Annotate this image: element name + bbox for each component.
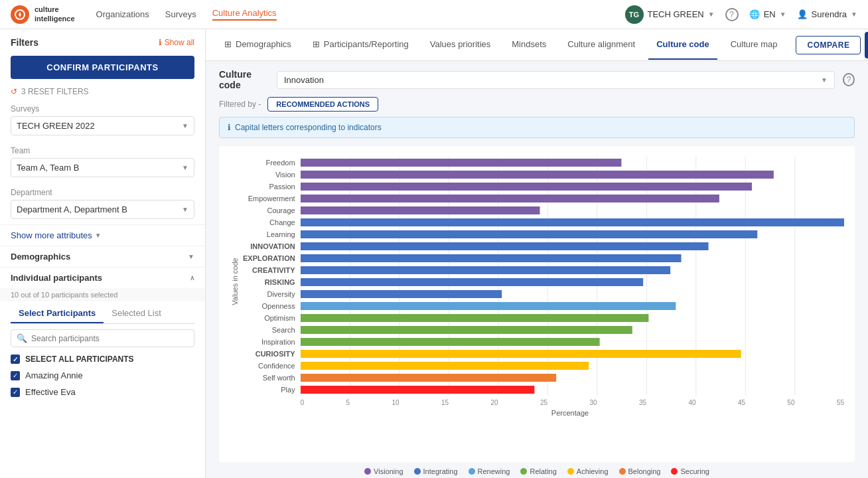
x-tick-25: 25	[540, 399, 547, 406]
legend-visioning: Visioning	[364, 467, 403, 475]
action-buttons: COMPARE MINDSET PCT VALUES INDIVIDUAL BR…	[796, 31, 868, 59]
culture-code-label: Culture code	[656, 39, 709, 49]
nav-culture-analytics[interactable]: Culture Analytics	[212, 8, 277, 21]
y-label-creativity: CREATIVITY	[252, 264, 295, 276]
achieving-dot	[567, 468, 574, 475]
reset-filters-button[interactable]: ↺ 3 RESET FILTERS	[0, 84, 205, 99]
select-all-checkbox[interactable]: ✓	[11, 355, 20, 364]
department-dropdown[interactable]: Department A, Department B ▼	[11, 200, 194, 219]
help-button[interactable]: ?	[725, 8, 739, 21]
reset-label: 3 RESET FILTERS	[21, 87, 89, 96]
tab-values-priorities[interactable]: Values priorities	[422, 30, 499, 60]
legend-integrating: Integrating	[414, 467, 458, 475]
department-chevron-icon: ▼	[182, 206, 188, 213]
participant-checkbox-1[interactable]: ✓	[11, 371, 20, 380]
show-all-link[interactable]: ℹ Show all	[159, 38, 194, 47]
user-name: Surendra	[812, 9, 847, 19]
y-label-self-worth: Self worth	[263, 372, 295, 384]
show-more-label: Show more attributes	[11, 230, 92, 240]
chart-svg	[301, 157, 844, 396]
nav-organizations[interactable]: Organizations	[96, 9, 149, 19]
culture-map-label: Culture map	[731, 39, 778, 49]
select-participants-tab[interactable]: Select Participants	[11, 304, 104, 323]
dropdown-chevron-icon: ▼	[821, 76, 828, 84]
tab-culture-code[interactable]: Culture code	[648, 30, 717, 60]
check-icon: ✓	[13, 356, 18, 363]
user-icon: 👤	[797, 9, 808, 19]
lang-flag-icon: 🌐	[749, 9, 760, 19]
show-more-section: Show more attributes ▼	[0, 224, 205, 246]
bar-freedom	[301, 159, 621, 167]
check-icon: ✓	[13, 372, 18, 379]
y-label-passion: Passion	[269, 181, 295, 193]
team-dropdown[interactable]: Team A, Team B ▼	[11, 158, 194, 177]
nav-surveys[interactable]: Surveys	[165, 9, 196, 19]
surveys-dropdown[interactable]: TECH GREEN 2022 ▼	[11, 116, 194, 135]
tab-mindsets[interactable]: Mindsets	[504, 30, 554, 60]
y-label-search: Search	[272, 324, 295, 336]
y-label-learning: Learning	[267, 228, 295, 240]
culture-code-dropdown[interactable]: Innovation ▼	[277, 71, 835, 89]
participant-name-1: Amazing Annie	[25, 370, 83, 380]
legend-securing: Securing	[671, 467, 709, 475]
tab-culture-map[interactable]: Culture map	[723, 30, 786, 60]
participants-tab-label: Participants/Reporting	[324, 39, 409, 49]
culture-code-value: Innovation	[284, 75, 324, 85]
selected-list-tab[interactable]: Selected List	[104, 304, 169, 323]
select-all-label: SELECT ALL PARTICIPANTS	[25, 355, 134, 364]
y-axis-title: Values in code	[231, 258, 239, 305]
securing-label: Securing	[680, 467, 709, 475]
y-label-diversity: Diversity	[267, 288, 295, 300]
mindsets-label: Mindsets	[512, 39, 546, 49]
org-name: TECH GREEN	[648, 9, 704, 19]
user-menu[interactable]: 👤 Surendra ▼	[797, 9, 857, 19]
visioning-dot	[364, 468, 371, 475]
sidebar: Filters ℹ Show all CONFIRM PARTICIPANTS …	[0, 29, 206, 478]
bar-change	[301, 218, 844, 226]
sub-nav: ⊞ Demographics ⊞ Participants/Reporting …	[206, 29, 868, 61]
language-selector[interactable]: 🌐 EN ▼	[749, 9, 786, 19]
x-tick-45: 45	[738, 399, 745, 406]
tab-participants-reporting[interactable]: ⊞ Participants/Reporting	[305, 30, 417, 60]
check-icon: ✓	[13, 388, 18, 396]
bar-risking	[301, 278, 643, 286]
x-axis-label: Percentage	[230, 406, 844, 422]
demographics-header[interactable]: Demographics ▼	[11, 252, 194, 262]
y-label-innovation: INNOVATION	[250, 240, 295, 252]
y-label-risking: RISKING	[265, 276, 295, 288]
individual-participants-section: Individual participants ∧	[0, 267, 205, 288]
org-selector[interactable]: TG TECH GREEN ▼	[625, 5, 715, 24]
info-circle-icon: ℹ	[228, 123, 231, 132]
question-icon: ?	[725, 8, 739, 21]
mindset-pct-button[interactable]: MINDSET PCT	[865, 32, 868, 58]
x-tick-30: 30	[589, 399, 597, 406]
legend-belonging: Belonging	[619, 467, 661, 475]
chart-help-icon[interactable]: ?	[843, 73, 855, 86]
confirm-participants-button[interactable]: CONFIRM PARTICIPANTS	[11, 56, 194, 79]
search-participants-box[interactable]: 🔍	[11, 329, 194, 347]
filter-bar: Filtered by - RECOMMENDED ACTIONS	[219, 97, 855, 112]
individual-participants-header[interactable]: Individual participants ∧	[11, 273, 194, 283]
show-more-chevron-icon: ▼	[95, 232, 102, 239]
renewing-dot	[469, 468, 475, 475]
x-tick-50: 50	[787, 399, 794, 406]
belonging-label: Belonging	[628, 467, 661, 475]
filters-title: Filters	[11, 37, 38, 48]
select-all-participants[interactable]: ✓ SELECT ALL PARTICIPANTS	[0, 351, 205, 367]
recommended-actions-button[interactable]: RECOMMENDED ACTIONS	[267, 97, 378, 112]
belonging-dot	[619, 468, 626, 475]
show-more-button[interactable]: Show more attributes ▼	[11, 230, 194, 240]
nav-links: Organizations Surveys Culture Analytics	[96, 8, 625, 21]
tab-culture-alignment[interactable]: Culture alignment	[559, 30, 643, 60]
team-section: Team Team A, Team B ▼	[0, 141, 205, 183]
bar-play	[301, 386, 534, 394]
info-text: Capital letters corresponding to indicat…	[235, 123, 382, 132]
y-label-play: Play	[281, 384, 295, 396]
chart-title: Culture code	[219, 69, 269, 90]
search-participants-input[interactable]	[31, 334, 188, 343]
integrating-dot	[414, 468, 421, 475]
participant-checkbox-2[interactable]: ✓	[11, 388, 20, 397]
surveys-value: TECH GREEN 2022	[17, 121, 95, 131]
tab-demographics[interactable]: ⊞ Demographics	[216, 30, 299, 60]
compare-button[interactable]: COMPARE	[796, 36, 861, 54]
